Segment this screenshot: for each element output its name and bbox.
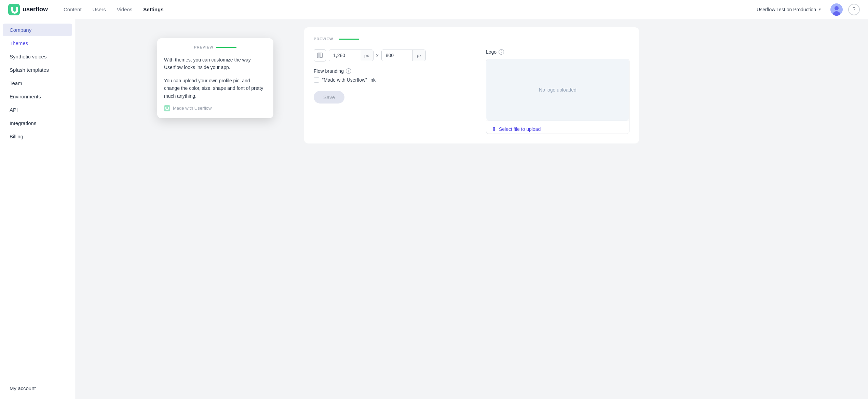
logo-area[interactable]: userflow — [8, 4, 48, 15]
sidebar-item-synthetic-voices[interactable]: Synthetic voices — [3, 50, 72, 63]
logo-section-label: Logo ? — [486, 49, 629, 55]
sidebar-item-themes[interactable]: Themes — [3, 37, 72, 50]
width-input[interactable] — [329, 50, 360, 61]
height-unit: px — [412, 50, 426, 61]
preview-label: PREVIEW — [194, 45, 214, 49]
dimensions-row: px x px — [314, 49, 475, 61]
sidebar-item-api[interactable]: API — [3, 104, 72, 116]
select-file-label: Select file to upload — [499, 126, 541, 132]
nav-content[interactable]: Content — [59, 4, 86, 15]
select-file-button[interactable]: ⬆ Select file to upload — [492, 121, 624, 134]
height-input-wrap: px — [381, 50, 426, 61]
svg-rect-4 — [164, 105, 170, 111]
flow-branding-label: Flow branding i — [314, 68, 475, 74]
card-right: Logo ? No logo uploaded ⬆ Select file to… — [486, 49, 629, 134]
help-icon: ? — [853, 6, 856, 13]
card-left: px x px Flow branding i — [314, 49, 475, 104]
layout-icon — [317, 52, 323, 58]
made-with-userflow-checkbox[interactable] — [314, 77, 319, 83]
logo-label-text: Logo — [486, 49, 497, 55]
nav-videos[interactable]: Videos — [112, 4, 137, 15]
checkbox-label: "Made with Userflow" link — [322, 77, 376, 83]
sidebar-item-team[interactable]: Team — [3, 77, 72, 90]
sidebar-item-my-account[interactable]: My account — [3, 382, 72, 395]
layout-icon-button[interactable] — [314, 49, 326, 61]
card-row: px x px Flow branding i — [314, 49, 629, 134]
chevron-down-icon: ▼ — [818, 8, 822, 11]
nav-settings[interactable]: Settings — [138, 4, 168, 15]
flow-branding-info-icon[interactable]: i — [346, 68, 351, 74]
help-button[interactable]: ? — [848, 4, 860, 15]
workspace-selector[interactable]: Userflow Test on Production ▼ — [753, 5, 825, 14]
workspace-name: Userflow Test on Production — [757, 7, 816, 12]
sidebar: Company Themes Synthetic voices Splash t… — [0, 19, 75, 399]
logo-info-icon[interactable]: ? — [499, 49, 504, 55]
avatar[interactable] — [830, 3, 843, 16]
preview-progress-line — [216, 47, 236, 48]
popover-paragraph-2: You can upload your own profile pic, and… — [164, 77, 267, 100]
logo-text: userflow — [23, 6, 48, 13]
logo-upload-area[interactable]: No logo uploaded — [486, 59, 629, 121]
svg-point-2 — [835, 6, 839, 10]
height-input[interactable] — [382, 50, 412, 61]
main-content: PREVIEW With themes, you can customize t… — [75, 19, 868, 399]
svg-rect-6 — [317, 53, 320, 58]
sidebar-item-splash-templates[interactable]: Splash templates — [3, 64, 72, 76]
upload-icon: ⬆ — [492, 126, 496, 132]
width-unit: px — [360, 50, 373, 61]
popover-footer: Made with Userflow — [164, 105, 267, 111]
sidebar-item-environments[interactable]: Environments — [3, 90, 72, 103]
dimensions-separator: x — [376, 53, 379, 58]
icon-button-area — [314, 49, 326, 61]
userflow-small-icon — [164, 105, 170, 111]
flow-branding-text: Flow branding — [314, 68, 344, 74]
settings-card: PREVIEW — [304, 27, 639, 143]
avatar-image — [830, 3, 843, 16]
width-input-wrap: px — [329, 50, 374, 61]
preview-bar: PREVIEW — [164, 45, 267, 49]
sidebar-item-company[interactable]: Company — [3, 24, 72, 36]
card-preview-line — [339, 39, 359, 40]
checkbox-row: "Made with Userflow" link — [314, 77, 475, 83]
save-button[interactable]: Save — [314, 91, 344, 104]
no-logo-text: No logo uploaded — [539, 87, 577, 93]
userflow-logo-icon — [8, 4, 20, 15]
sidebar-item-integrations[interactable]: Integrations — [3, 117, 72, 129]
nav-links: Content Users Videos Settings — [59, 4, 753, 15]
flow-branding-section: Flow branding i "Made with Userflow" lin… — [314, 68, 475, 83]
popover-paragraph-1: With themes, you can customize the way U… — [164, 56, 267, 71]
card-preview-bar: PREVIEW — [314, 37, 629, 41]
popover-footer-text: Made with Userflow — [173, 106, 212, 111]
nav-right: Userflow Test on Production ▼ ? — [753, 3, 860, 16]
app-body: Company Themes Synthetic voices Splash t… — [0, 19, 868, 399]
themes-popover: PREVIEW With themes, you can customize t… — [157, 38, 273, 118]
sidebar-item-billing[interactable]: Billing — [3, 130, 72, 143]
top-nav: userflow Content Users Videos Settings U… — [0, 0, 868, 19]
card-preview-label: PREVIEW — [314, 37, 333, 41]
logo-upload-container: No logo uploaded ⬆ Select file to upload — [486, 59, 629, 134]
select-file-area: ⬆ Select file to upload — [486, 121, 629, 134]
nav-users[interactable]: Users — [88, 4, 111, 15]
